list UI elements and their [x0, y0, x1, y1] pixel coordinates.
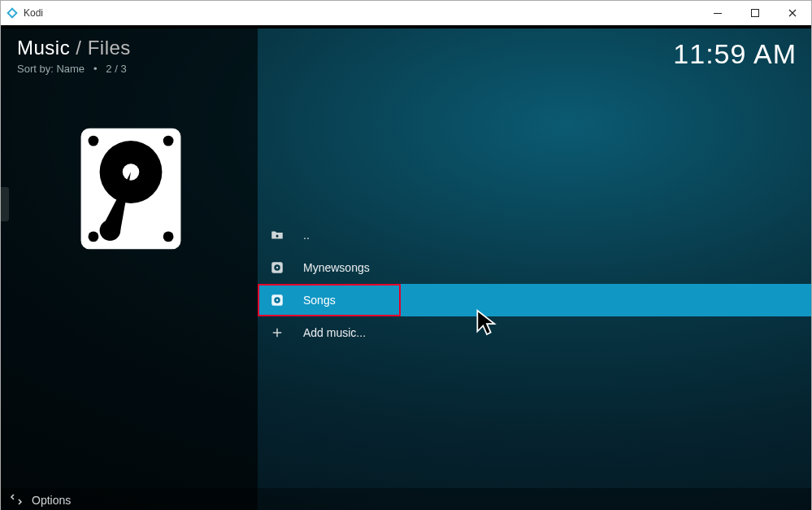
page-header: Music / Files Sort by: Name • 2 / 3 — [17, 37, 131, 75]
breadcrumb-main: Music — [17, 37, 70, 59]
hdd-icon — [79, 126, 183, 251]
window-controls — [699, 1, 811, 25]
svg-point-3 — [89, 136, 99, 146]
svg-point-5 — [89, 231, 99, 242]
list-item-label: Songs — [303, 294, 336, 307]
titlebar: Kodi — [1, 1, 811, 25]
add-icon — [269, 325, 285, 341]
list-item-mynewsongs[interactable]: Mynewsongs — [258, 251, 811, 284]
file-list: .. Mynewsongs Songs Add music... — [258, 219, 811, 349]
window-frame: Kodi Music / Files Sort by: Name • 2 / — [0, 0, 812, 510]
list-item-add-music[interactable]: Add music... — [258, 316, 811, 349]
left-dark-panel — [1, 28, 258, 510]
list-item-label: .. — [303, 229, 310, 242]
breadcrumb: Music / Files — [17, 37, 131, 59]
clock: 11:59 AM — [673, 38, 797, 70]
music-source-icon — [269, 259, 285, 276]
svg-point-4 — [163, 136, 174, 146]
svg-point-6 — [163, 231, 174, 242]
app-title: Kodi — [24, 7, 43, 19]
minimize-button[interactable] — [699, 1, 736, 25]
item-count: 2 / 3 — [106, 63, 126, 75]
svg-rect-1 — [752, 10, 759, 17]
options-label: Options — [32, 494, 71, 507]
sort-status-line: Sort by: Name • 2 / 3 — [17, 63, 131, 75]
list-item-label: Add music... — [303, 326, 366, 339]
sidebar-pull-tab[interactable] — [1, 187, 9, 221]
breadcrumb-sep: / — [70, 37, 88, 59]
folder-up-icon — [269, 227, 285, 243]
options-bar[interactable]: Options — [1, 488, 811, 510]
breadcrumb-sub: Files — [88, 37, 131, 59]
list-item-songs[interactable]: Songs — [258, 284, 811, 316]
svg-rect-0 — [714, 13, 722, 14]
svg-point-12 — [276, 267, 278, 268]
options-icon — [9, 492, 24, 509]
music-source-icon — [269, 292, 285, 308]
svg-point-8 — [123, 163, 139, 180]
list-item-label: Mynewsongs — [303, 261, 370, 274]
svg-point-9 — [100, 220, 121, 241]
close-button[interactable] — [774, 1, 811, 25]
sort-label: Sort by: Name — [17, 63, 85, 75]
svg-point-15 — [276, 299, 278, 301]
kodi-logo-icon — [6, 7, 19, 20]
kodi-app-area: Music / Files Sort by: Name • 2 / 3 11:5… — [1, 28, 811, 510]
list-item-parent[interactable]: .. — [258, 219, 811, 251]
maximize-button[interactable] — [736, 1, 774, 25]
